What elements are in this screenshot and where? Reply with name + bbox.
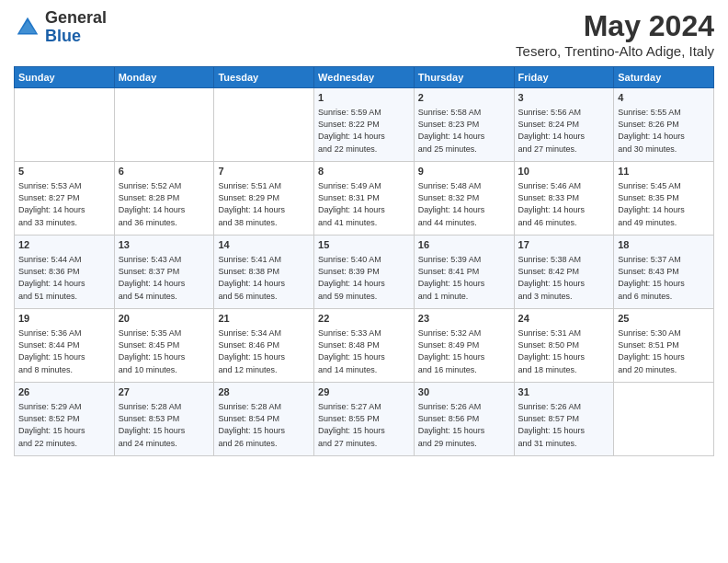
day-number: 22: [318, 312, 410, 326]
calendar-cell: 25Sunrise: 5:30 AM Sunset: 8:51 PM Dayli…: [614, 309, 714, 383]
day-info: Sunrise: 5:30 AM Sunset: 8:51 PM Dayligh…: [618, 327, 710, 375]
week-row-2: 12Sunrise: 5:44 AM Sunset: 8:36 PM Dayli…: [15, 236, 714, 309]
calendar-cell: 10Sunrise: 5:46 AM Sunset: 8:33 PM Dayli…: [514, 162, 614, 236]
week-row-0: 1Sunrise: 5:59 AM Sunset: 8:22 PM Daylig…: [15, 88, 714, 162]
weekday-header-wednesday: Wednesday: [314, 67, 415, 88]
logo-icon: [14, 14, 41, 41]
day-number: 29: [318, 385, 410, 399]
calendar-cell: 5Sunrise: 5:53 AM Sunset: 8:27 PM Daylig…: [15, 162, 115, 236]
day-number: 28: [218, 385, 310, 399]
weekday-row: SundayMondayTuesdayWednesdayThursdayFrid…: [15, 67, 714, 88]
calendar-cell: 30Sunrise: 5:26 AM Sunset: 8:56 PM Dayli…: [414, 383, 514, 456]
logo-text: General Blue: [45, 9, 107, 46]
day-number: 6: [119, 165, 210, 178]
day-number: 4: [618, 91, 710, 105]
calendar-cell: 24Sunrise: 5:31 AM Sunset: 8:50 PM Dayli…: [514, 309, 614, 383]
weekday-header-friday: Friday: [514, 67, 614, 88]
day-info: Sunrise: 5:38 AM Sunset: 8:42 PM Dayligh…: [518, 254, 610, 302]
calendar-cell: 3Sunrise: 5:56 AM Sunset: 8:24 PM Daylig…: [514, 88, 614, 162]
day-info: Sunrise: 5:28 AM Sunset: 8:53 PM Dayligh…: [119, 401, 210, 449]
calendar-cell: 26Sunrise: 5:29 AM Sunset: 8:52 PM Dayli…: [15, 383, 115, 456]
day-info: Sunrise: 5:46 AM Sunset: 8:33 PM Dayligh…: [518, 180, 610, 228]
week-row-3: 19Sunrise: 5:36 AM Sunset: 8:44 PM Dayli…: [15, 309, 714, 383]
day-number: 14: [218, 238, 310, 252]
weekday-header-thursday: Thursday: [414, 67, 514, 88]
calendar-cell: 6Sunrise: 5:52 AM Sunset: 8:28 PM Daylig…: [114, 162, 214, 236]
day-number: 5: [18, 165, 110, 178]
day-number: 9: [418, 165, 510, 178]
calendar-cell: 2Sunrise: 5:58 AM Sunset: 8:23 PM Daylig…: [414, 88, 514, 162]
day-number: 24: [518, 312, 610, 326]
calendar-cell: 21Sunrise: 5:34 AM Sunset: 8:46 PM Dayli…: [214, 309, 314, 383]
calendar-cell: 4Sunrise: 5:55 AM Sunset: 8:26 PM Daylig…: [614, 88, 714, 162]
day-number: 18: [618, 238, 710, 252]
calendar-cell: 18Sunrise: 5:37 AM Sunset: 8:43 PM Dayli…: [614, 236, 714, 309]
calendar-cell: 22Sunrise: 5:33 AM Sunset: 8:48 PM Dayli…: [314, 309, 415, 383]
title-block: May 2024 Tesero, Trentino-Alto Adige, It…: [516, 9, 714, 59]
day-number: 2: [418, 91, 510, 105]
day-info: Sunrise: 5:26 AM Sunset: 8:56 PM Dayligh…: [418, 401, 510, 449]
day-number: 30: [418, 385, 510, 399]
week-row-1: 5Sunrise: 5:53 AM Sunset: 8:27 PM Daylig…: [15, 162, 714, 236]
day-number: 10: [518, 165, 610, 178]
calendar-cell: 23Sunrise: 5:32 AM Sunset: 8:49 PM Dayli…: [414, 309, 514, 383]
day-info: Sunrise: 5:49 AM Sunset: 8:31 PM Dayligh…: [318, 180, 410, 228]
day-number: 16: [418, 238, 510, 252]
day-info: Sunrise: 5:29 AM Sunset: 8:52 PM Dayligh…: [18, 401, 110, 449]
day-info: Sunrise: 5:56 AM Sunset: 8:24 PM Dayligh…: [518, 107, 610, 155]
day-info: Sunrise: 5:52 AM Sunset: 8:28 PM Dayligh…: [119, 180, 210, 228]
day-number: 27: [119, 385, 210, 399]
day-number: 3: [518, 91, 610, 105]
day-number: 7: [218, 165, 310, 178]
logo-blue: Blue: [45, 27, 81, 45]
day-number: 25: [618, 312, 710, 326]
day-info: Sunrise: 5:39 AM Sunset: 8:41 PM Dayligh…: [418, 254, 510, 302]
calendar-body: 1Sunrise: 5:59 AM Sunset: 8:22 PM Daylig…: [15, 88, 714, 456]
day-number: 8: [318, 165, 410, 178]
day-info: Sunrise: 5:43 AM Sunset: 8:37 PM Dayligh…: [119, 254, 210, 302]
day-info: Sunrise: 5:28 AM Sunset: 8:54 PM Dayligh…: [218, 401, 310, 449]
weekday-header-tuesday: Tuesday: [214, 67, 314, 88]
calendar-cell: 14Sunrise: 5:41 AM Sunset: 8:38 PM Dayli…: [214, 236, 314, 309]
day-info: Sunrise: 5:31 AM Sunset: 8:50 PM Dayligh…: [518, 327, 610, 375]
day-number: 12: [18, 238, 110, 252]
calendar-cell: [214, 88, 314, 162]
calendar-cell: 16Sunrise: 5:39 AM Sunset: 8:41 PM Dayli…: [414, 236, 514, 309]
calendar-cell: [15, 88, 115, 162]
day-info: Sunrise: 5:37 AM Sunset: 8:43 PM Dayligh…: [618, 254, 710, 302]
day-info: Sunrise: 5:55 AM Sunset: 8:26 PM Dayligh…: [618, 107, 710, 155]
calendar-cell: 15Sunrise: 5:40 AM Sunset: 8:39 PM Dayli…: [314, 236, 415, 309]
calendar-cell: 12Sunrise: 5:44 AM Sunset: 8:36 PM Dayli…: [15, 236, 115, 309]
week-row-4: 26Sunrise: 5:29 AM Sunset: 8:52 PM Dayli…: [15, 383, 714, 456]
page: General Blue May 2024 Tesero, Trentino-A…: [0, 0, 728, 563]
day-info: Sunrise: 5:45 AM Sunset: 8:35 PM Dayligh…: [618, 180, 710, 228]
calendar-cell: 7Sunrise: 5:51 AM Sunset: 8:29 PM Daylig…: [214, 162, 314, 236]
day-info: Sunrise: 5:41 AM Sunset: 8:38 PM Dayligh…: [218, 254, 310, 302]
calendar-cell: 20Sunrise: 5:35 AM Sunset: 8:45 PM Dayli…: [114, 309, 214, 383]
calendar-cell: [114, 88, 214, 162]
weekday-header-sunday: Sunday: [15, 67, 115, 88]
calendar-cell: 31Sunrise: 5:26 AM Sunset: 8:57 PM Dayli…: [514, 383, 614, 456]
day-number: 1: [318, 91, 410, 105]
calendar-cell: 1Sunrise: 5:59 AM Sunset: 8:22 PM Daylig…: [314, 88, 415, 162]
calendar-header: SundayMondayTuesdayWednesdayThursdayFrid…: [15, 67, 714, 88]
day-number: 11: [618, 165, 710, 178]
logo-general: General: [45, 8, 107, 27]
calendar-cell: 11Sunrise: 5:45 AM Sunset: 8:35 PM Dayli…: [614, 162, 714, 236]
day-number: 23: [418, 312, 510, 326]
day-info: Sunrise: 5:44 AM Sunset: 8:36 PM Dayligh…: [18, 254, 110, 302]
day-info: Sunrise: 5:59 AM Sunset: 8:22 PM Dayligh…: [318, 107, 410, 155]
subtitle: Tesero, Trentino-Alto Adige, Italy: [516, 43, 714, 59]
calendar: SundayMondayTuesdayWednesdayThursdayFrid…: [14, 66, 714, 456]
day-info: Sunrise: 5:53 AM Sunset: 8:27 PM Dayligh…: [18, 180, 110, 228]
day-info: Sunrise: 5:35 AM Sunset: 8:45 PM Dayligh…: [119, 327, 210, 375]
day-info: Sunrise: 5:48 AM Sunset: 8:32 PM Dayligh…: [418, 180, 510, 228]
weekday-header-saturday: Saturday: [614, 67, 714, 88]
calendar-cell: [614, 383, 714, 456]
day-info: Sunrise: 5:40 AM Sunset: 8:39 PM Dayligh…: [318, 254, 410, 302]
day-info: Sunrise: 5:34 AM Sunset: 8:46 PM Dayligh…: [218, 327, 310, 375]
calendar-cell: 8Sunrise: 5:49 AM Sunset: 8:31 PM Daylig…: [314, 162, 415, 236]
weekday-header-monday: Monday: [114, 67, 214, 88]
calendar-cell: 29Sunrise: 5:27 AM Sunset: 8:55 PM Dayli…: [314, 383, 415, 456]
header: General Blue May 2024 Tesero, Trentino-A…: [14, 9, 714, 59]
